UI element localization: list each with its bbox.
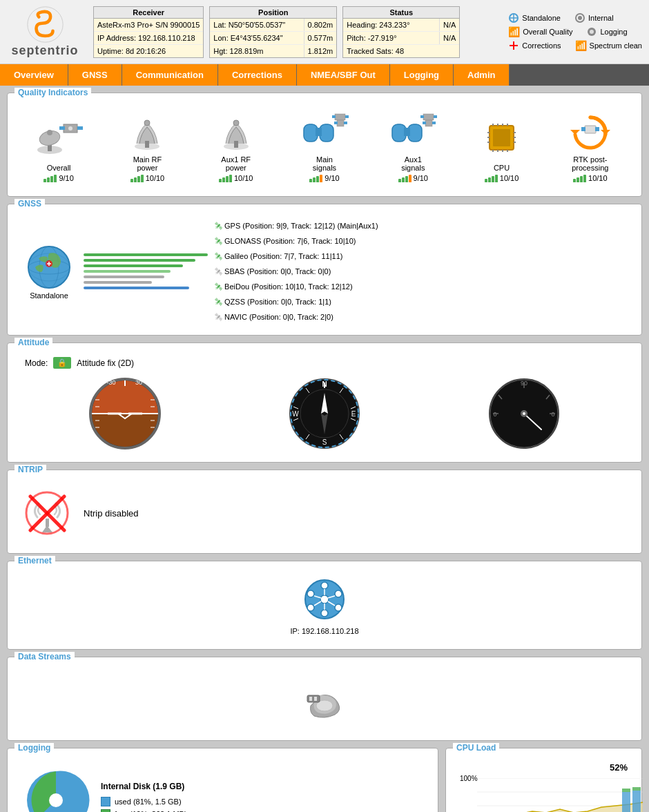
used-label: used (81%, 1.5 GB) — [115, 798, 182, 806]
cpu-bars — [485, 175, 498, 182]
svg-rect-28 — [332, 115, 336, 118]
svg-text:E: E — [351, 410, 356, 418]
nav-admin[interactable]: Admin — [454, 64, 510, 86]
svg-rect-20 — [145, 141, 149, 148]
used-legend-item: used (81%, 1.5 GB) — [101, 797, 187, 806]
position-hgt-row: Hgt: 128.819m 1.812m — [210, 45, 336, 57]
svg-rect-40 — [423, 122, 426, 124]
gnss-section: GNSS Standalone — [7, 204, 642, 336]
svg-point-17 — [68, 126, 72, 130]
standalone-label: Standalone — [522, 14, 561, 22]
attitude-mode-badge: 🔒 — [53, 357, 71, 369]
pitch-value: N/A — [439, 32, 459, 44]
ntrip-content: Ntrip disabled — [14, 481, 635, 546]
legend-internal: Internal — [574, 12, 614, 23]
svg-point-120 — [523, 412, 525, 415]
rtk-bars — [573, 175, 586, 182]
overall-bars — [43, 175, 57, 182]
receiver-model: AsteRx-m3 Pro+ S/N 9900015 — [94, 19, 203, 32]
svg-marker-59 — [601, 130, 610, 135]
heading-label: Heading: 243.233° — [343, 19, 439, 31]
receiver-title: Receiver — [94, 7, 203, 19]
nav-logging[interactable]: Logging — [390, 64, 454, 86]
logging-content: Internal Disk (1.9 GB) used (81%, 1.5 GB… — [14, 759, 431, 812]
quality-aux1-rf-score: 10/10 — [219, 174, 253, 182]
svg-rect-154 — [622, 789, 630, 792]
svg-rect-143 — [314, 697, 317, 701]
aux1-rf-bars — [219, 175, 232, 182]
quality-aux1-rf-label: Aux1 RFpower — [221, 155, 251, 172]
disk-title: Internal Disk (1.9 GB) — [101, 782, 187, 791]
aux1-signals-bars — [398, 175, 411, 182]
disk-pie-chart — [21, 766, 90, 812]
compass-gauge: N E S W — [287, 376, 362, 452]
spectrum-label: Spectrum clean — [590, 41, 642, 50]
quality-cpu-label: CPU — [494, 164, 510, 172]
svg-point-13 — [47, 130, 52, 135]
hgt-value: 1.812m — [304, 45, 337, 57]
gnss-title: GNSS — [14, 199, 45, 209]
quality-aux1-signals-score: 9/10 — [398, 174, 428, 182]
main-content: Quality Indicators — [0, 86, 649, 812]
svg-point-5 — [578, 16, 582, 20]
nav-gnss[interactable]: GNSS — [68, 64, 122, 86]
lon-label: Lon: E4°43'55.6234" — [210, 32, 303, 44]
quality-main-rf-icon — [123, 110, 171, 152]
beidou-entry: 🛰 BeiDou (Position: 10|10, Track: 12|12) — [215, 279, 628, 294]
navic-entry: 🛰 NAVIC (Position: 0|0, Track: 2|0) — [215, 309, 628, 325]
svg-point-22 — [233, 120, 239, 126]
nav-corrections[interactable]: Corrections — [218, 64, 297, 86]
standalone-icon — [508, 12, 519, 23]
svg-point-145 — [49, 793, 63, 807]
heading-value: N/A — [439, 19, 459, 31]
receiver-uptime: Uptime: 8d 20:16:26 — [94, 45, 203, 57]
nav-overview[interactable]: Overview — [0, 64, 68, 86]
gps-signal-line — [84, 253, 208, 256]
main-rf-bars — [130, 175, 144, 182]
gps-signal-line2 — [84, 259, 195, 262]
svg-point-128 — [335, 590, 342, 597]
quality-rtk: RTK post-processing 10/10 — [559, 110, 621, 182]
svg-point-127 — [321, 582, 328, 589]
svg-rect-62 — [595, 127, 599, 131]
horizon-gauge: -30 30 — [87, 376, 163, 452]
svg-point-129 — [335, 604, 342, 611]
svg-point-7 — [590, 30, 594, 34]
status-title: Status — [343, 7, 459, 19]
pitch-row: Pitch: -27.919° N/A — [343, 32, 459, 45]
svg-rect-43 — [493, 129, 510, 146]
gps-entry: 🛰 GPS (Position: 9|9, Track: 12|12) (Mai… — [215, 218, 628, 233]
nav-communication[interactable]: Communication — [122, 64, 218, 86]
compass-icon: N E S W — [287, 376, 362, 452]
data-streams-title: Data Streams — [14, 652, 75, 661]
ethernet-title: Ethernet — [14, 556, 55, 566]
svg-rect-31 — [334, 122, 338, 124]
glonass-entry: 🛰 GLONASS (Position: 7|6, Track: 10|10) — [215, 233, 628, 249]
roll-icon: 90 0 0 — [486, 376, 562, 452]
svg-point-131 — [307, 604, 314, 611]
svg-marker-151 — [477, 802, 643, 812]
nav-nmea[interactable]: NMEA/SBF Out — [297, 64, 390, 86]
svg-rect-122 — [46, 519, 49, 527]
main-signals-bars — [309, 175, 322, 182]
svg-point-133 — [320, 595, 329, 603]
svg-rect-41 — [432, 122, 436, 124]
svg-rect-39 — [425, 120, 432, 126]
galileo-entry: 🛰 Galileo (Position: 7|7, Track: 11|11) — [215, 249, 628, 264]
position-lat-row: Lat: N50°50'55.0537" 0.802m — [210, 19, 336, 32]
qzss-entry: 🛰 QZSS (Position: 0|0, Track: 1|1) — [215, 294, 628, 309]
cpu-chart: 100% 0% — [460, 775, 628, 812]
glonass-signal-line2 — [84, 270, 171, 273]
quality-overall: Overall 9/10 — [28, 119, 90, 182]
data-streams-content — [14, 668, 635, 733]
cpu-label-100: 100% — [460, 775, 478, 782]
quality-main-signals-score: 9/10 — [309, 174, 339, 182]
quality-grid: Overall 9/10 — [14, 104, 635, 189]
svg-text:W: W — [292, 410, 299, 418]
position-panel: Position Lat: N50°50'55.0537" 0.802m Lon… — [209, 6, 337, 58]
lat-value: 0.802m — [304, 19, 337, 31]
heading-row: Heading: 243.233° N/A — [343, 19, 459, 32]
position-lon-row: Lon: E4°43'55.6234" 0.577m — [210, 32, 336, 45]
attitude-content: Mode: 🔒 Attitude fix (2D) — [14, 354, 635, 455]
svg-text:S: S — [322, 438, 327, 446]
